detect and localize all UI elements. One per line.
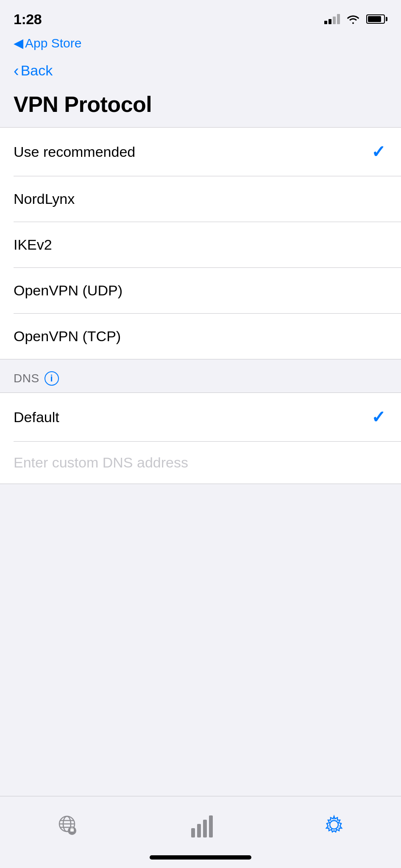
protocol-label-openvpn-udp: OpenVPN (UDP) [14,282,123,299]
wifi-icon [346,14,360,25]
protocol-option-openvpn-tcp[interactable]: OpenVPN (TCP) [0,314,401,359]
dns-info-icon[interactable]: i [45,371,59,386]
back-button[interactable]: ‹ Back [14,62,53,79]
back-label: Back [21,62,53,79]
dns-section-header: DNS i [0,359,401,392]
page-title: VPN Protocol [14,92,387,117]
servers-bars-icon [188,812,213,837]
dns-section-label: DNS [14,372,39,385]
svg-rect-9 [197,824,201,837]
back-chevron-icon: ‹ [14,63,19,79]
page-title-section: VPN Protocol [0,85,401,127]
protocol-option-openvpn-udp[interactable]: OpenVPN (UDP) [0,268,401,313]
dns-custom-input[interactable] [14,454,387,471]
bottom-gray-area [0,484,401,796]
protocol-label-recommended: Use recommended [14,144,135,160]
back-arrow-small: ◀ [14,36,23,50]
tab-settings[interactable] [321,812,347,837]
check-icon-default: ✓ [371,407,386,427]
svg-rect-10 [203,820,207,837]
protocol-option-ikev2[interactable]: IKEv2 [0,222,401,267]
nav-bar: ‹ Back [0,54,401,85]
dns-input-row[interactable] [0,442,401,484]
status-bar: 1:28 [0,0,401,34]
home-bar [150,855,251,860]
app-store-row: ◀ App Store [0,34,401,54]
status-icons [324,14,387,25]
dns-default-label: Default [14,409,59,426]
svg-rect-11 [209,815,213,837]
dns-options: Default ✓ [0,393,401,484]
home-indicator [0,851,401,868]
dns-default-option[interactable]: Default ✓ [0,393,401,441]
protocol-list: Use recommended ✓ NordLynx IKEv2 OpenVPN… [0,128,401,359]
vpn-globe-icon [54,812,80,837]
svg-rect-8 [191,828,195,837]
protocol-label-ikev2: IKEv2 [14,236,52,253]
status-time: 1:28 [14,11,42,28]
battery-icon [366,14,387,24]
app-store-label: App Store [25,36,81,50]
tab-vpn[interactable] [54,812,80,837]
protocol-label-nordlynx: NordLynx [14,191,75,207]
protocol-label-openvpn-tcp: OpenVPN (TCP) [14,328,121,345]
tab-servers[interactable] [188,812,213,837]
check-icon-recommended: ✓ [371,142,386,161]
signal-icon [324,14,340,24]
settings-gear-icon [321,812,347,837]
protocol-option-recommended[interactable]: Use recommended ✓ [0,128,401,176]
tab-bar [0,796,401,851]
protocol-option-nordlynx[interactable]: NordLynx [0,176,401,222]
